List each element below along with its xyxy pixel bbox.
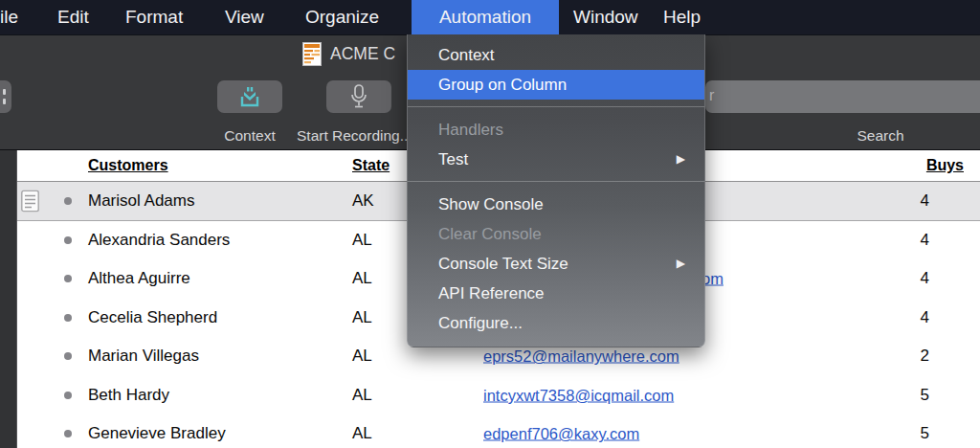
- cell-customer-name: Marisol Adams: [88, 191, 194, 211]
- cell-email: edpenf706@kaxy.com: [483, 425, 639, 443]
- cell-email: intcyxwt7358@icqmail.com: [483, 386, 674, 404]
- cell-state: AL: [352, 424, 372, 443]
- column-header-state[interactable]: State: [352, 157, 390, 174]
- search-input[interactable]: r: [705, 80, 980, 113]
- menu-item-group-on-column[interactable]: Group on Column: [408, 70, 704, 100]
- cell-buys: 4: [921, 308, 929, 327]
- menu-item-configure[interactable]: Configure...: [408, 308, 704, 338]
- record-document-icon: [21, 190, 39, 212]
- menu-item-clear-console: Clear Console: [408, 219, 704, 249]
- row-bullet-icon: [64, 352, 72, 360]
- table-row[interactable]: Genevieve Bradley AL edpenf706@kaxy.com …: [17, 414, 980, 448]
- search-label: Search: [842, 127, 919, 145]
- table-row[interactable]: Beth Hardy AL intcyxwt7358@icqmail.com 5: [17, 376, 980, 415]
- email-link[interactable]: eprs52@mailanywhere.com: [483, 347, 679, 365]
- row-bullet-icon: [64, 275, 72, 282]
- column-header-buys[interactable]: Buys: [926, 157, 964, 174]
- search-field-text: r: [709, 87, 714, 104]
- row-bullet-icon: [64, 236, 72, 244]
- window-title: ACME C: [330, 44, 395, 64]
- cell-state: AL: [352, 386, 372, 405]
- cell-state: AK: [352, 191, 374, 211]
- cell-customer-name: Genevieve Bradley: [88, 424, 226, 443]
- cell-customer-name: Althea Aguirre: [88, 269, 190, 288]
- start-recording-label: Start Recording...: [297, 127, 412, 145]
- cell-buys: 4: [921, 269, 929, 288]
- cell-buys: 4: [921, 191, 929, 211]
- menubar-item-organize[interactable]: Organize: [305, 0, 379, 34]
- menu-item-show-console[interactable]: Show Console: [408, 190, 704, 219]
- cell-state: AL: [352, 231, 372, 250]
- cell-customer-name: Marian Villegas: [88, 347, 199, 366]
- context-icon: [238, 86, 261, 107]
- menu-item-test[interactable]: Test ▶: [408, 145, 704, 174]
- menubar-item-automation-active[interactable]: Automation: [412, 0, 559, 34]
- cell-buys: 5: [921, 386, 929, 405]
- cell-customer-name: Cecelia Shepherd: [88, 308, 217, 327]
- partial-toolbar-button[interactable]: [0, 80, 11, 113]
- menubar-item-file[interactable]: ile: [0, 0, 18, 34]
- menu-bar: ile Edit Format View Organize Automation…: [0, 0, 980, 34]
- context-button-label: Context: [217, 127, 282, 145]
- cell-buys: 2: [921, 347, 929, 366]
- microphone-icon: [349, 84, 368, 109]
- menu-separator: [408, 174, 704, 190]
- cell-customer-name: Beth Hardy: [88, 386, 169, 405]
- menubar-item-window[interactable]: Window: [573, 0, 638, 34]
- cell-customer-name: Alexandria Sanders: [88, 231, 230, 250]
- menubar-item-format[interactable]: Format: [125, 0, 183, 34]
- menu-item-handlers: Handlers: [408, 115, 704, 145]
- menu-item-console-text-size[interactable]: Console Text Size ▶: [408, 249, 704, 279]
- start-recording-button[interactable]: [326, 80, 391, 113]
- cell-state: AL: [352, 308, 372, 327]
- window-left-edge: [0, 150, 17, 448]
- email-link[interactable]: edpenf706@kaxy.com: [483, 425, 639, 442]
- row-bullet-icon: [64, 392, 72, 399]
- automation-menu: Context Group on Column Handlers Test ▶ …: [407, 34, 705, 347]
- cell-buys: 4: [921, 231, 929, 250]
- submenu-arrow-icon: ▶: [677, 249, 685, 279]
- row-bullet-icon: [64, 197, 72, 205]
- email-link[interactable]: intcyxwt7358@icqmail.com: [483, 386, 674, 403]
- column-header-customers[interactable]: Customers: [88, 157, 168, 174]
- window-title-group: ACME C: [302, 39, 395, 68]
- menubar-item-edit[interactable]: Edit: [57, 0, 89, 34]
- cell-buys: 5: [921, 424, 929, 443]
- menubar-item-help[interactable]: Help: [663, 0, 701, 34]
- cell-email: eprs52@mailanywhere.com: [483, 347, 679, 366]
- row-bullet-icon: [64, 430, 72, 437]
- cell-state: AL: [352, 347, 372, 366]
- menu-item-context[interactable]: Context: [408, 40, 704, 70]
- submenu-arrow-icon: ▶: [677, 145, 685, 174]
- menu-item-api-reference[interactable]: API Reference: [408, 279, 704, 308]
- row-bullet-icon: [64, 314, 72, 322]
- context-button[interactable]: [217, 80, 282, 113]
- cell-state: AL: [352, 269, 372, 288]
- document-app-icon: [302, 42, 322, 66]
- menu-separator: [408, 100, 704, 115]
- menubar-item-view[interactable]: View: [225, 0, 264, 34]
